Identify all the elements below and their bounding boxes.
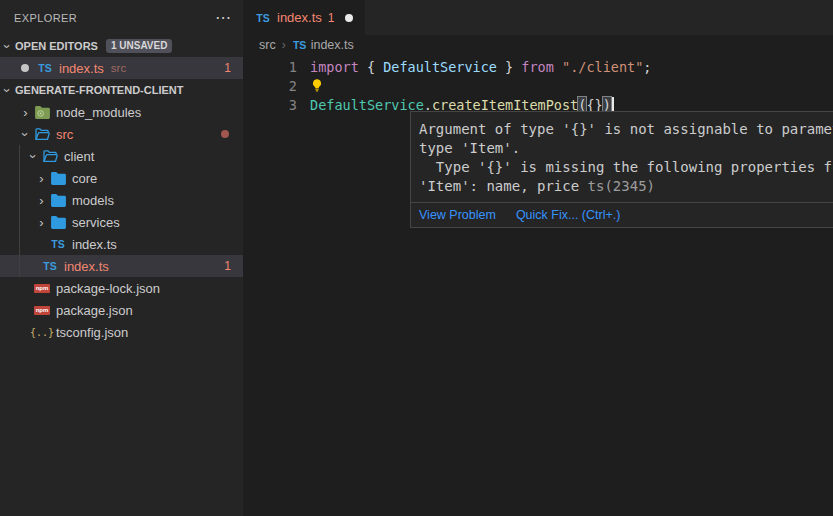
tree-item-index.ts[interactable]: TSindex.ts1 [0,255,243,277]
tab-label: index.ts [277,10,322,25]
file-tree: ›node_modules›src›client›core›models›ser… [0,101,243,343]
open-editor-file-desc: src [111,62,126,74]
line-number: 2 [243,78,297,94]
code-line-2[interactable]: 2 [243,76,833,95]
explorer-title: EXPLORER [14,12,77,24]
node-modules-folder-icon [33,106,51,119]
ts-icon: TS [49,238,67,250]
error-line-4: 'Item': name, price ts(2345) [419,177,833,196]
tree-item-label: core [72,171,97,186]
tab-error-count: 1 [328,11,335,25]
line-number: 1 [243,59,297,75]
tree-item-label: index.ts [64,259,109,274]
chevron-right-icon[interactable]: › [18,105,33,120]
error-count-badge: 1 [224,259,231,273]
tree-item-label: tsconfig.json [56,325,128,340]
folder-icon [49,216,67,229]
tree-item-models[interactable]: ›models [0,189,243,211]
tree-item-core[interactable]: ›core [0,167,243,189]
workspace-label: GENERATE-FRONTEND-CLIENT [15,84,183,96]
tree-item-label: package-lock.json [56,281,160,296]
breadcrumb: src › TS index.ts [243,35,833,55]
error-code: ts(2345) [588,178,655,194]
tree-item-index.ts[interactable]: TSindex.ts [0,233,243,255]
folder-open-icon [41,150,59,163]
tree-item-label: services [72,215,120,230]
workspace-section-header[interactable]: › GENERATE-FRONTEND-CLIENT [0,79,243,101]
indent-guide [19,145,20,277]
token-plain: ; [643,59,651,75]
error-line-2: type 'Item'. [419,139,833,158]
tab-index-ts[interactable]: TS index.ts 1 [243,0,365,35]
chevron-right-icon[interactable]: › [34,215,49,230]
error-line-3: Type '{}' is missing the following prope… [419,158,833,177]
token-class: DefaultService [310,97,424,113]
chevron-down-icon: › [0,83,15,98]
tree-item-label: index.ts [72,237,117,252]
tree-item-services[interactable]: ›services [0,211,243,233]
token-keyword: from [521,59,554,75]
breadcrumb-separator-icon: › [282,38,286,52]
quick-fix-link[interactable]: Quick Fix... (Ctrl+.) [516,208,621,222]
token-plain: { [359,59,383,75]
ts-icon: TS [292,39,308,51]
braces-icon: {..} [33,327,51,338]
error-line-1: Argument of type '{}' is not assignable … [419,120,833,139]
chevron-down-icon[interactable]: › [26,149,41,164]
code-line-1[interactable]: 1import { DefaultService } from "./clien… [243,57,833,76]
tree-item-label: package.json [56,303,133,318]
npm-icon: npm [33,306,51,315]
tree-item-label: node_modules [56,105,141,120]
sidebar-header: EXPLORER ⋯ [0,0,243,35]
code-editor[interactable]: 1import { DefaultService } from "./clien… [243,57,833,114]
error-count-badge: 1 [224,61,231,75]
more-actions-icon[interactable]: ⋯ [215,13,231,23]
token-plain: } [497,59,521,75]
folder-icon [49,194,67,207]
tree-item-client[interactable]: ›client [0,145,243,167]
unsaved-count-badge: 1 UNSAVED [106,39,173,53]
chevron-down-icon[interactable]: › [18,127,33,142]
token-string: "./client" [562,59,643,75]
ts-icon: TS [41,260,59,272]
tree-item-package-lock.json[interactable]: npmpackage-lock.json [0,277,243,299]
token-keyword: import [310,59,359,75]
editor-area: TS index.ts 1 src › TS index.ts 1import … [243,0,833,516]
error-dot-badge [221,130,229,138]
open-editor-item-index-ts[interactable]: TS index.ts src 1 [0,57,243,79]
line-content [310,78,324,93]
breadcrumb-folder[interactable]: src [259,38,276,52]
folder-open-icon [33,128,51,141]
error-hover-tooltip: Argument of type '{}' is not assignable … [410,111,833,228]
tab-modified-dot[interactable] [345,14,353,22]
folder-icon [49,172,67,185]
ts-icon: TS [255,12,271,24]
tree-item-src[interactable]: ›src [0,123,243,145]
error-message: Argument of type '{}' is not assignable … [411,112,833,202]
chevron-down-icon: › [0,39,15,54]
breadcrumb-file[interactable]: index.ts [311,38,354,52]
tab-bar: TS index.ts 1 [243,0,833,35]
explorer-sidebar: EXPLORER ⋯ › OPEN EDITORS 1 UNSAVED TS i… [0,0,243,516]
token-plain [554,59,562,75]
view-problem-link[interactable]: View Problem [419,208,496,222]
lightbulb-icon[interactable] [310,78,324,93]
tree-item-tsconfig.json[interactable]: {..}tsconfig.json [0,321,243,343]
tree-item-label: src [56,127,73,142]
chevron-right-icon[interactable]: › [34,193,49,208]
line-content: import { DefaultService } from "./client… [310,59,651,75]
tree-item-package.json[interactable]: npmpackage.json [0,299,243,321]
tree-item-label: models [72,193,114,208]
ts-icon: TS [36,62,54,74]
open-editor-file-label: index.ts [59,61,104,76]
npm-icon: npm [33,284,51,293]
open-editors-label: OPEN EDITORS [15,40,98,52]
line-number: 3 [243,97,297,113]
modified-dot-icon[interactable] [21,64,29,72]
hover-actions-bar: View Problem Quick Fix... (Ctrl+.) [411,202,833,227]
tree-item-node_modules[interactable]: ›node_modules [0,101,243,123]
tree-item-label: client [64,149,94,164]
token-variable: DefaultService [383,59,497,75]
open-editors-section-header[interactable]: › OPEN EDITORS 1 UNSAVED [0,35,243,57]
chevron-right-icon[interactable]: › [34,171,49,186]
